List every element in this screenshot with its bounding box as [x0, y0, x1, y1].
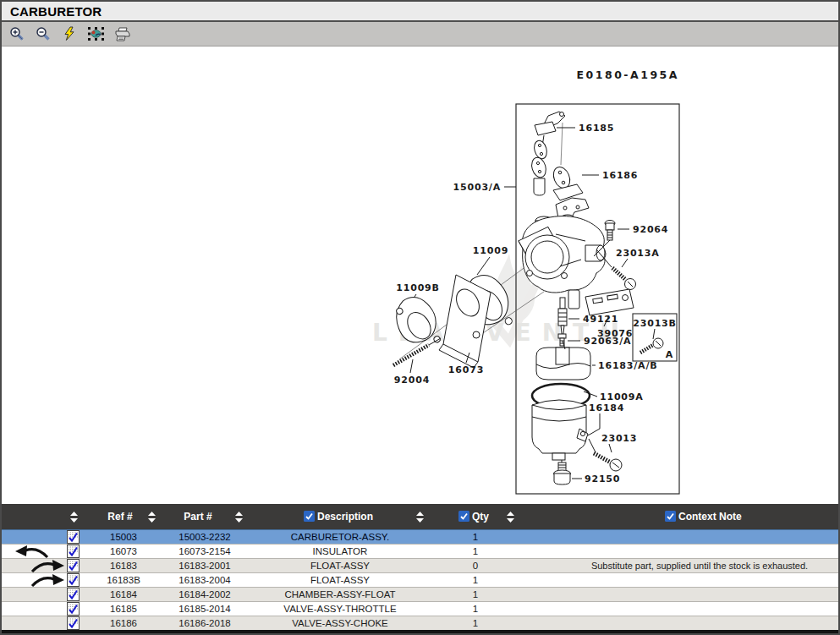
- cell-note: Substitute part, supplied until the stoc…: [560, 559, 839, 572]
- cell-description: CARBURETOR-ASSY.: [247, 530, 433, 544]
- cell-description: FLOAT-ASSY: [247, 573, 433, 587]
- part-label-23013B[interactable]: 23013B: [633, 318, 676, 329]
- part-label-16186[interactable]: 16186: [602, 170, 638, 181]
- part-label-11009[interactable]: 11009: [473, 245, 508, 256]
- cell-note: [560, 573, 839, 587]
- cell-part: 16183-2001: [154, 559, 255, 572]
- zoom-in-button[interactable]: [8, 25, 26, 42]
- cell-ref: 16186: [81, 616, 166, 630]
- cell-part: 16184-2002: [154, 588, 255, 601]
- cell-qty: 1: [446, 616, 505, 630]
- sort-icon[interactable]: [148, 512, 156, 523]
- column-header-ref[interactable]: Ref #: [88, 504, 152, 529]
- cell-note: [560, 602, 839, 616]
- inset-corner-letter: A: [666, 349, 673, 360]
- sort-icon[interactable]: [416, 512, 424, 523]
- note-check-icon[interactable]: [67, 559, 80, 572]
- cell-qty: 1: [446, 602, 505, 616]
- table-row[interactable]: 15003 15003-2232 CARBURETOR-ASSY. 1: [2, 529, 838, 544]
- note-check-icon[interactable]: [67, 602, 80, 616]
- part-label-16185[interactable]: 16185: [579, 123, 614, 134]
- forward-arrow-icon[interactable]: [25, 559, 66, 572]
- cell-note: [560, 588, 839, 601]
- cell-qty: 1: [446, 588, 505, 601]
- sort-icon[interactable]: [507, 512, 514, 523]
- part-label-16183AB[interactable]: 16183/A/B: [598, 360, 657, 371]
- cell-qty: 1: [446, 573, 505, 587]
- part-label-23013A[interactable]: 23013A: [616, 248, 660, 259]
- qty-checkbox[interactable]: [458, 511, 469, 522]
- cell-part: 16185-2014: [154, 602, 255, 616]
- print-icon: [114, 27, 130, 41]
- table-row[interactable]: 16186 16186-2018 VALVE-ASSY-CHOKE 1: [2, 616, 838, 630]
- part-16184-drawing[interactable]: [532, 400, 588, 460]
- zoom-out-button[interactable]: [34, 25, 52, 42]
- part-label-11009B[interactable]: 11009B: [396, 282, 439, 293]
- description-checkbox[interactable]: [304, 511, 315, 522]
- part-label-16184[interactable]: 16184: [589, 402, 624, 413]
- column-header-context-note[interactable]: Context Note: [678, 504, 763, 529]
- flash-button[interactable]: [60, 25, 79, 42]
- part-label-92064[interactable]: 92064: [633, 224, 668, 235]
- note-check-icon[interactable]: [67, 573, 80, 587]
- inset-box-23013B: 23013B A: [633, 314, 677, 361]
- cell-description: INSULATOR: [247, 545, 433, 558]
- part-92150-drawing[interactable]: [554, 460, 571, 484]
- note-check-icon[interactable]: [67, 588, 80, 601]
- back-arrow-icon[interactable]: [14, 545, 54, 558]
- cell-qty: 1: [446, 545, 505, 558]
- part-label-49121[interactable]: 49121: [583, 314, 618, 325]
- cell-part: 16183-2004: [154, 573, 255, 587]
- cell-note: [560, 530, 839, 544]
- table-row[interactable]: 16073 16073-2154 INSULATOR 1: [2, 544, 838, 558]
- print-button[interactable]: [113, 25, 131, 42]
- zoom-in-icon: [9, 26, 25, 41]
- page-title: CARBURETOR: [10, 4, 102, 19]
- part-label-92150[interactable]: 92150: [585, 474, 620, 484]
- column-header-part[interactable]: Part #: [156, 504, 240, 529]
- diagram-canvas[interactable]: LEADVENTURE E0180-A195A: [2, 47, 838, 504]
- exploded-diagram: LEADVENTURE E0180-A195A: [2, 47, 838, 503]
- cell-ref: 16183B: [81, 573, 166, 587]
- toolbar: [2, 22, 838, 47]
- cell-part: 16073-2154: [154, 545, 255, 558]
- cell-part: 16186-2018: [154, 616, 255, 630]
- table-row[interactable]: 16183 16183-2001 FLOAT-ASSY 0 Substitute…: [2, 558, 838, 572]
- table-row[interactable]: 16185 16185-2014 VALVE-ASSY-THROTTLE 1: [2, 601, 838, 616]
- sort-icon[interactable]: [235, 512, 243, 523]
- diagram-code: E0180-A195A: [577, 68, 679, 81]
- context-note-checkbox[interactable]: [665, 511, 676, 522]
- note-check-icon[interactable]: [67, 530, 80, 544]
- cell-ref: 16073: [81, 545, 166, 558]
- part-label-15003A[interactable]: 15003/A: [453, 182, 501, 193]
- part-label-11009A[interactable]: 11009A: [600, 391, 644, 402]
- part-label-23013[interactable]: 23013: [601, 433, 637, 444]
- part-label-16073[interactable]: 16073: [448, 364, 484, 375]
- title-bar: CARBURETOR: [2, 2, 838, 22]
- table-row[interactable]: 16183B 16183-2004 FLOAT-ASSY 1: [2, 572, 838, 587]
- cell-part: 15003-2232: [154, 530, 255, 544]
- select-image-icon: [88, 27, 104, 41]
- part-label-92004[interactable]: 92004: [394, 375, 430, 386]
- part-label-92063A[interactable]: 92063/A: [584, 336, 631, 347]
- flash-icon: [62, 26, 77, 41]
- cell-qty: 1: [446, 530, 505, 544]
- cell-ref: 16184: [81, 588, 166, 601]
- note-check-icon[interactable]: [67, 616, 80, 630]
- column-header-description[interactable]: Description: [317, 504, 385, 529]
- sort-icon[interactable]: [70, 512, 78, 523]
- select-image-button[interactable]: [86, 25, 105, 42]
- parts-catalog-window: CARBURETOR: [0, 0, 840, 635]
- cell-description: FLOAT-ASSY: [247, 559, 433, 572]
- cell-ref: 15003: [81, 530, 166, 544]
- note-check-icon[interactable]: [67, 545, 80, 558]
- table-row[interactable]: 16184 16184-2002 CHAMBER-ASSY-FLOAT 1: [2, 587, 838, 601]
- column-header-qty[interactable]: Qty: [472, 504, 497, 529]
- forward-arrow-icon[interactable]: [25, 573, 66, 587]
- cell-description: VALVE-ASSY-THROTTLE: [247, 602, 433, 616]
- cell-ref: 16185: [81, 602, 166, 616]
- parts-table-body: 15003 15003-2232 CARBURETOR-ASSY. 1 1607…: [2, 529, 838, 630]
- cell-description: CHAMBER-ASSY-FLOAT: [247, 588, 433, 601]
- cell-ref: 16183: [81, 559, 166, 572]
- cell-note: [560, 545, 839, 558]
